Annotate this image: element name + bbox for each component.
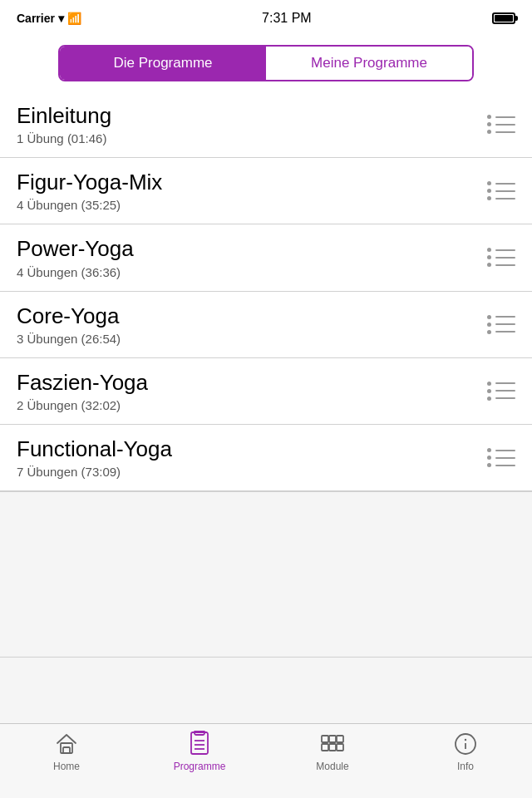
svg-rect-8 xyxy=(329,736,336,742)
battery-area xyxy=(492,12,515,24)
tab-bar: Home Programme Module xyxy=(0,723,532,798)
list-item-text: Einleitung 1 Übung (01:46) xyxy=(17,103,474,145)
list-item-title: Functional-Yoga xyxy=(17,436,474,462)
tab-home-label: Home xyxy=(53,761,80,772)
programme-list: Einleitung 1 Übung (01:46) Figu xyxy=(0,91,532,491)
list-detail-icon xyxy=(487,315,515,334)
svg-rect-2 xyxy=(191,732,208,754)
list-detail-icon xyxy=(487,448,515,467)
list-item-title: Faszien-Yoga xyxy=(17,370,474,396)
status-bar: Carrier ▾ 📶 7:31 PM xyxy=(0,0,532,37)
tab-module[interactable]: Module xyxy=(266,731,399,772)
list-item-text: Functional-Yoga 7 Übungen (73:09) xyxy=(17,436,474,479)
home-icon xyxy=(53,731,80,757)
list-item-subtitle: 4 Übungen (35:25) xyxy=(17,198,474,212)
programme-icon xyxy=(186,731,213,757)
list-item[interactable]: Power-Yoga 4 Übungen (36:36) xyxy=(0,224,532,291)
list-item-title: Power-Yoga xyxy=(17,236,474,262)
tab-module-label: Module xyxy=(316,761,348,772)
empty-content-area xyxy=(0,491,532,658)
list-detail-icon xyxy=(487,382,515,401)
module-icon xyxy=(319,731,346,757)
time-label: 7:31 PM xyxy=(262,11,312,26)
list-item-subtitle: 3 Übungen (26:54) xyxy=(17,332,474,346)
tab-info[interactable]: Info xyxy=(399,731,532,772)
list-detail-icon xyxy=(487,248,515,267)
list-item-text: Figur-Yoga-Mix 4 Übungen (35:25) xyxy=(17,170,474,212)
segmented-wrapper: Die Programme Meine Programme xyxy=(58,45,474,81)
list-item-subtitle: 4 Übungen (36:36) xyxy=(17,265,474,279)
list-item-text: Faszien-Yoga 2 Übungen (32:02) xyxy=(17,370,474,412)
list-detail-icon xyxy=(487,115,515,134)
list-item-title: Figur-Yoga-Mix xyxy=(17,170,474,195)
tab-programme-label: Programme xyxy=(174,761,226,772)
tab-info-label: Info xyxy=(457,761,474,772)
list-item-subtitle: 7 Übungen (73:09) xyxy=(17,465,474,479)
svg-rect-7 xyxy=(322,736,328,742)
svg-rect-12 xyxy=(337,744,343,751)
list-item-subtitle: 1 Übung (01:46) xyxy=(17,131,474,145)
tab-programme[interactable]: Programme xyxy=(133,731,266,772)
list-item[interactable]: Core-Yoga 3 Übungen (26:54) xyxy=(0,292,532,358)
list-item[interactable]: Einleitung 1 Übung (01:46) xyxy=(0,91,532,158)
list-item-text: Power-Yoga 4 Übungen (36:36) xyxy=(17,236,474,278)
battery-icon xyxy=(492,12,515,24)
list-item-subtitle: 2 Übungen (32:02) xyxy=(17,398,474,412)
info-icon xyxy=(452,731,479,757)
svg-rect-10 xyxy=(322,744,328,751)
tab-meine-programme[interactable]: Meine Programme xyxy=(266,47,472,80)
tab-home[interactable]: Home xyxy=(0,731,133,772)
list-item-text: Core-Yoga 3 Übungen (26:54) xyxy=(17,303,474,346)
segmented-control: Die Programme Meine Programme xyxy=(0,37,532,91)
list-item-title: Einleitung xyxy=(17,103,474,129)
list-detail-icon xyxy=(487,181,515,200)
svg-point-15 xyxy=(465,739,466,741)
list-item[interactable]: Functional-Yoga 7 Übungen (73:09) xyxy=(0,425,532,491)
svg-rect-11 xyxy=(329,744,336,751)
svg-rect-9 xyxy=(337,736,343,742)
carrier-label: Carrier ▾ 📶 xyxy=(17,12,81,25)
list-item[interactable]: Faszien-Yoga 2 Übungen (32:02) xyxy=(0,358,532,425)
svg-rect-1 xyxy=(63,747,70,753)
list-item[interactable]: Figur-Yoga-Mix 4 Übungen (35:25) xyxy=(0,158,532,224)
tab-die-programme[interactable]: Die Programme xyxy=(60,47,266,80)
list-item-title: Core-Yoga xyxy=(17,303,474,329)
svg-rect-0 xyxy=(61,743,72,753)
